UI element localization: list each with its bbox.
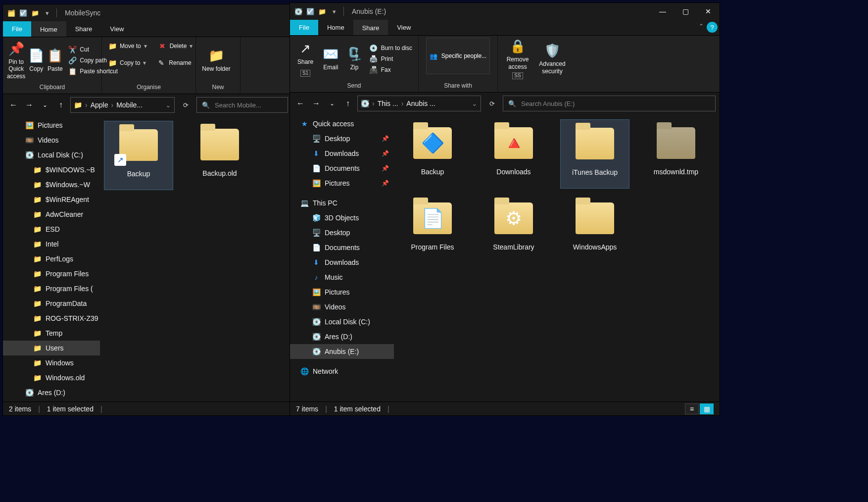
breadcrumb-seg2[interactable]: Mobile... <box>116 101 143 109</box>
nav-item[interactable]: ★Quick access <box>290 116 394 131</box>
nav-item[interactable]: ⬇Downloads <box>290 255 394 270</box>
refresh-button[interactable]: ⟳ <box>178 97 193 113</box>
advanced-security-button[interactable]: 🛡️Advanced security <box>536 43 568 75</box>
title-bar[interactable]: 💽 ☑️ 📁 ▾ Anubis (E:) — ▢ ✕ <box>290 3 720 20</box>
nav-item[interactable]: 📁Windows <box>3 355 100 370</box>
tab-home[interactable]: Home <box>318 20 353 35</box>
folder-tile[interactable]: msdownld.tmp <box>641 119 711 189</box>
nav-item[interactable]: 🧊3D Objects <box>290 210 394 225</box>
minimize-button[interactable]: — <box>651 3 674 20</box>
nav-item[interactable]: 🖼️Pictures <box>3 118 100 133</box>
refresh-button[interactable]: ⟳ <box>484 96 500 111</box>
folder-tile[interactable]: 📄Program Files <box>398 195 467 264</box>
nav-item[interactable]: 📁Windows.old <box>3 370 100 385</box>
tab-view[interactable]: View <box>388 20 420 35</box>
nav-item[interactable]: 📁Program Files <box>3 266 100 281</box>
nav-item[interactable]: 💻This PC <box>290 196 394 210</box>
folder-tile[interactable]: iTunes Backup <box>560 119 629 189</box>
move-to-button[interactable]: 📁Move to ▾ <box>106 41 149 51</box>
folder-tile[interactable]: 🔺Downloads <box>479 119 548 189</box>
nav-item[interactable]: ♪Music <box>290 270 394 285</box>
nav-item[interactable]: 📁Temp <box>3 326 100 341</box>
tab-file[interactable]: File <box>290 20 318 35</box>
nav-item[interactable]: 📁PerfLogs <box>3 251 100 266</box>
rename-button[interactable]: ✎Rename <box>155 58 193 68</box>
search-input[interactable]: 🔍 Search Mobile... <box>196 97 288 113</box>
nav-item[interactable]: 🖼️Pictures <box>290 285 394 300</box>
collapse-ribbon-button[interactable]: ⌃ <box>699 23 704 30</box>
specific-people-button[interactable]: Specific people... <box>441 52 486 59</box>
tab-share[interactable]: Share <box>66 21 101 37</box>
nav-item[interactable]: 💽Local Disk (C:) <box>3 148 100 162</box>
maximize-button[interactable]: ▢ <box>674 3 697 20</box>
tab-home[interactable]: Home <box>31 21 66 37</box>
recent-button[interactable]: ⌄ <box>326 96 338 111</box>
qat-newfolder-icon[interactable]: 📁 <box>317 6 328 17</box>
folder-tile[interactable]: 🔷Backup <box>398 119 467 189</box>
email-button[interactable]: ✉️Email <box>320 47 341 71</box>
address-bar[interactable]: 📁 › Apple › Mobile... ⌄ <box>70 97 175 113</box>
zip-button[interactable]: 🗜️Zip <box>345 47 364 71</box>
folder-tile[interactable]: Backup.old <box>185 121 254 190</box>
recent-button[interactable]: ⌄ <box>39 98 51 112</box>
nav-item[interactable]: 💽Local Disk (C:) <box>290 314 394 329</box>
nav-item[interactable]: 📁ESD <box>3 222 100 237</box>
nav-item[interactable]: 🌐Network <box>290 364 394 379</box>
copy-button[interactable]: 📄Copy <box>28 48 44 73</box>
nav-item[interactable]: 📁ROG-STRIX-Z39 <box>3 311 100 326</box>
nav-item[interactable]: 📄Documents📌 <box>290 161 394 176</box>
burn-to-disc-button[interactable]: 💿Burn to disc <box>367 43 414 53</box>
close-button[interactable]: ✕ <box>697 3 720 20</box>
icons-view-button[interactable]: ▦ <box>700 403 714 414</box>
nav-item[interactable]: 💽Anubis (E:) <box>290 344 394 359</box>
folder-tile[interactable]: ↗Backup <box>104 121 173 190</box>
delete-button[interactable]: ✖Delete ▾ <box>156 41 195 51</box>
share-button[interactable]: ↗ShareS1 <box>294 41 317 77</box>
tab-file[interactable]: File <box>3 21 31 37</box>
nav-item[interactable]: 📁Program Files ( <box>3 281 100 296</box>
nav-pane[interactable]: ★Quick access🖥️Desktop📌⬇Downloads📌📄Docum… <box>290 114 394 402</box>
content-pane[interactable]: ↗BackupBackup.old <box>100 116 292 402</box>
up-button[interactable]: ↑ <box>54 98 67 112</box>
paste-button[interactable]: 📋Paste <box>47 48 63 73</box>
content-pane[interactable]: 🔷Backup🔺DownloadsiTunes Backupmsdownld.t… <box>394 114 720 402</box>
qat-properties-icon[interactable]: ☑️ <box>18 7 29 18</box>
nav-pane[interactable]: 🖼️Pictures🎞️Videos💽Local Disk (C:)📁$WIND… <box>3 116 100 402</box>
up-button[interactable]: ↑ <box>341 96 354 111</box>
nav-item[interactable]: 📁Intel <box>3 237 100 251</box>
nav-item[interactable]: 📁$WinREAgent <box>3 192 100 207</box>
breadcrumb-seg1[interactable]: This ... <box>378 100 398 107</box>
copy-to-button[interactable]: 📁Copy to ▾ <box>106 58 148 68</box>
nav-item[interactable]: 💽Ares (D:) <box>290 329 394 344</box>
nav-item[interactable]: 🎞️Videos <box>3 133 100 148</box>
nav-item[interactable]: 🎞️Videos <box>290 300 394 314</box>
chevron-down-icon[interactable]: ⌄ <box>472 100 478 107</box>
nav-item[interactable]: 🖼️Pictures📌 <box>290 176 394 191</box>
qat-properties-icon[interactable]: ☑️ <box>305 6 316 17</box>
folder-tile[interactable]: WindowsApps <box>560 195 629 264</box>
qat-more-icon[interactable]: ▾ <box>42 7 52 18</box>
nav-item[interactable]: 📁$Windows.~W <box>3 177 100 192</box>
forward-button[interactable]: → <box>23 98 36 112</box>
back-button[interactable]: ← <box>294 96 307 111</box>
nav-item[interactable]: 📄Documents <box>290 240 394 255</box>
title-bar[interactable]: 🗂️ ☑️ 📁 ▾ MobileSync <box>3 4 292 21</box>
nav-item[interactable]: 📁ProgramData <box>3 296 100 311</box>
nav-item[interactable]: 💽Ares (D:) <box>3 385 100 400</box>
nav-item[interactable]: 📁AdwCleaner <box>3 207 100 222</box>
forward-button[interactable]: → <box>310 96 323 111</box>
address-bar[interactable]: 💽 › This ... › Anubis ... ⌄ <box>357 96 481 111</box>
pin-to-quick-access-button[interactable]: 📌Pin to Quick access <box>7 41 25 80</box>
breadcrumb-seg2[interactable]: Anubis ... <box>406 100 435 107</box>
chevron-down-icon[interactable]: ⌄ <box>165 101 171 109</box>
search-input[interactable]: 🔍 Search Anubis (E:) <box>503 96 716 111</box>
tab-view[interactable]: View <box>101 21 133 37</box>
nav-item[interactable]: 🖥️Desktop <box>290 225 394 240</box>
help-button[interactable]: ? <box>707 22 718 33</box>
print-button[interactable]: 🖨️Print <box>367 54 414 64</box>
nav-item[interactable]: 🖥️Desktop📌 <box>290 131 394 146</box>
qat-newfolder-icon[interactable]: 📁 <box>30 7 41 18</box>
remove-access-button[interactable]: 🔒Remove accessSS <box>502 39 533 79</box>
qat-more-icon[interactable]: ▾ <box>329 6 339 17</box>
nav-item[interactable]: 📁$WINDOWS.~B <box>3 162 100 177</box>
